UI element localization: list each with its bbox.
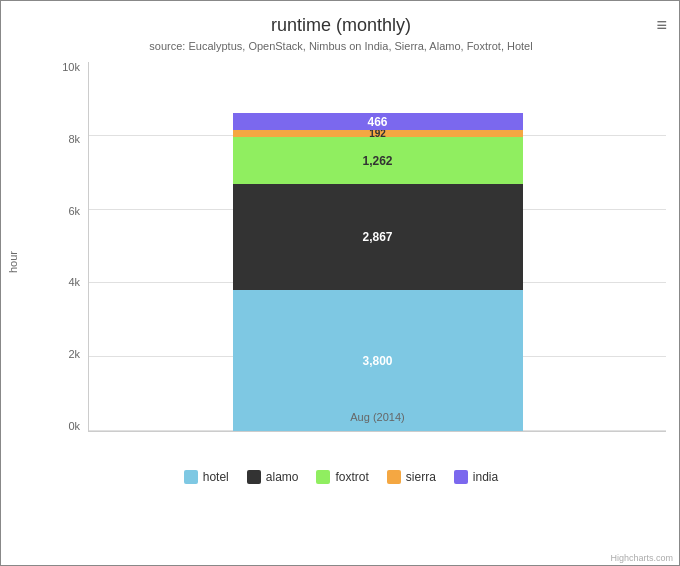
legend-item-sierra[interactable]: sierra xyxy=(387,470,436,484)
chart-subtitle: source: Eucalyptus, OpenStack, Nimbus on… xyxy=(149,40,532,52)
legend-label-alamo: alamo xyxy=(266,470,299,484)
legend-label-india: india xyxy=(473,470,498,484)
x-axis-label: Aug (2014) xyxy=(350,411,404,423)
bar-segment-hotel: 3,800 xyxy=(233,290,523,431)
bar-segment-foxtrot: 1,262 xyxy=(233,137,523,184)
menu-icon[interactable]: ≡ xyxy=(656,15,667,36)
chart-area: hour 8,587 xyxy=(46,62,666,462)
chart-container: ≡ runtime (monthly) source: Eucalyptus, … xyxy=(1,1,680,566)
y-tick-0k: 0k xyxy=(46,421,86,432)
bar-segment-india: 466 xyxy=(233,113,523,130)
legend-item-india[interactable]: india xyxy=(454,470,498,484)
legend-item-alamo[interactable]: alamo xyxy=(247,470,299,484)
legend-item-foxtrot[interactable]: foxtrot xyxy=(316,470,368,484)
bar-segment-alamo: 2,867 xyxy=(233,184,523,290)
legend-swatch-foxtrot xyxy=(316,470,330,484)
legend-swatch-hotel xyxy=(184,470,198,484)
legend-item-hotel[interactable]: hotel xyxy=(184,470,229,484)
y-tick-8k: 8k xyxy=(46,134,86,145)
legend-swatch-sierra xyxy=(387,470,401,484)
legend-label-hotel: hotel xyxy=(203,470,229,484)
chart-title: runtime (monthly) xyxy=(271,15,411,36)
y-tick-10k: 10k xyxy=(46,62,86,73)
bar-segment-sierra: 192 xyxy=(233,130,523,137)
bar-group: 8,587 3,800 2,867 1,262 xyxy=(233,113,523,431)
legend: hotel alamo foxtrot sierra india xyxy=(184,470,498,484)
legend-swatch-alamo xyxy=(247,470,261,484)
y-axis-label: hour xyxy=(7,251,19,273)
y-tick-2k: 2k xyxy=(46,349,86,360)
highcharts-credit: Highcharts.com xyxy=(610,553,673,563)
legend-label-sierra: sierra xyxy=(406,470,436,484)
plot-area: 8,587 3,800 2,867 1,262 xyxy=(88,62,666,432)
y-tick-6k: 6k xyxy=(46,206,86,217)
y-tick-4k: 4k xyxy=(46,277,86,288)
y-axis-ticks: 0k 2k 4k 6k 8k 10k xyxy=(46,62,86,432)
legend-swatch-india xyxy=(454,470,468,484)
legend-label-foxtrot: foxtrot xyxy=(335,470,368,484)
